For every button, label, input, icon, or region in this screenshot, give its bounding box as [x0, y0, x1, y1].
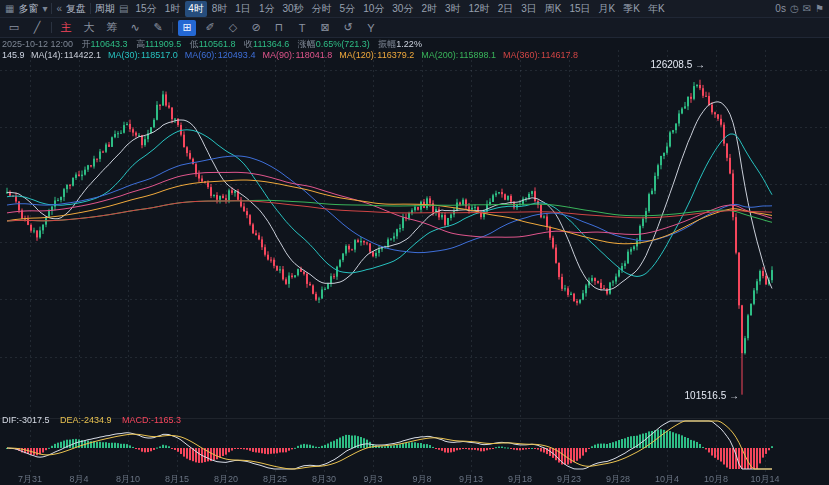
- trendline-tool-icon[interactable]: ╱: [28, 20, 46, 36]
- shape-tool-icon[interactable]: ◇: [224, 20, 242, 36]
- selection-tool-icon[interactable]: ▭: [5, 20, 23, 36]
- timeframe-button[interactable]: 10分: [360, 1, 387, 17]
- magnet-tool-icon[interactable]: ⊓: [270, 20, 288, 36]
- timeframe-button[interactable]: 8时: [209, 1, 231, 17]
- separator: [51, 22, 52, 33]
- timeframe-button[interactable]: 12时: [466, 1, 493, 17]
- timeframe-button[interactable]: 2日: [495, 1, 517, 17]
- forbid-tool-icon[interactable]: ⊘: [247, 20, 265, 36]
- timeframe-button[interactable]: 15分: [133, 1, 160, 17]
- timeframe-button[interactable]: 5分: [337, 1, 359, 17]
- pencil-tool-icon[interactable]: ✐: [201, 20, 219, 36]
- draw-tool-icon[interactable]: ✎: [149, 20, 167, 36]
- main-indicator-tab[interactable]: 主: [57, 20, 75, 36]
- timeframe-button[interactable]: 季K: [620, 1, 643, 17]
- replay-label[interactable]: 复盘: [66, 2, 86, 16]
- candle-countdown: 0s: [775, 3, 786, 14]
- layout-tool-icon[interactable]: ⊞: [178, 20, 196, 36]
- fib-tool-icon[interactable]: Y: [362, 20, 380, 36]
- separator: [90, 3, 91, 14]
- timeframe-button[interactable]: 30秒: [279, 1, 306, 17]
- timeframe-button[interactable]: 1时: [162, 1, 184, 17]
- replay-icon[interactable]: «: [56, 4, 62, 14]
- timeframe-list: 15分1时4时8时1日1分30秒分时5分10分30分2时3时12时2日3日周K1…: [133, 1, 668, 17]
- timeframe-button[interactable]: 2时: [418, 1, 440, 17]
- separator: [51, 3, 52, 14]
- trading-app: ▦ 多窗 ▾ « 复盘 周期 ▤ 15分1时4时8时1日1分30秒分时5分10分…: [0, 0, 829, 485]
- flag-icon[interactable]: ⚑: [815, 4, 824, 14]
- multi-window-label[interactable]: 多窗: [18, 2, 38, 16]
- timeframe-button[interactable]: 分时: [309, 1, 335, 17]
- timeframe-button[interactable]: 15日: [566, 1, 593, 17]
- message-icon[interactable]: ✉: [803, 4, 811, 14]
- period-list-icon[interactable]: ▤: [119, 4, 128, 14]
- alarm-icon[interactable]: ◷: [790, 4, 799, 14]
- multi-window-icon[interactable]: ▦: [5, 4, 14, 14]
- timeframe-button[interactable]: 月K: [596, 1, 619, 17]
- period-label[interactable]: 周期: [95, 2, 115, 16]
- drawing-toolbar: ▭╱主大筹∿✎⊞✐◇⊘⊓T⊠↺Y: [0, 18, 829, 38]
- timeframe-button[interactable]: 周K: [542, 1, 565, 17]
- undo-icon[interactable]: ↺: [339, 20, 357, 36]
- chips-tab[interactable]: 筹: [103, 20, 121, 36]
- timeframe-button[interactable]: 1日: [232, 1, 254, 17]
- chevron-down-icon[interactable]: ▾: [42, 4, 47, 14]
- delete-tool-icon[interactable]: ⊠: [316, 20, 334, 36]
- timeframe-button[interactable]: 年K: [645, 1, 668, 17]
- separator: [172, 22, 173, 33]
- text-tool-icon[interactable]: T: [293, 20, 311, 36]
- timeframe-button[interactable]: 30分: [389, 1, 416, 17]
- chart-area[interactable]: 2025-10-12 12:00 开110643.3 高111909.5 低11…: [0, 38, 829, 485]
- timeframe-button[interactable]: 3时: [442, 1, 464, 17]
- candlestick-chart-canvas[interactable]: [0, 38, 829, 485]
- large-orders-tab[interactable]: 大: [80, 20, 98, 36]
- timeframe-button[interactable]: 4时: [185, 1, 207, 17]
- timeframe-button[interactable]: 1分: [256, 1, 278, 17]
- timeframe-button[interactable]: 3日: [518, 1, 540, 17]
- wave-tool-icon[interactable]: ∿: [126, 20, 144, 36]
- top-toolbar: ▦ 多窗 ▾ « 复盘 周期 ▤ 15分1时4时8时1日1分30秒分时5分10分…: [0, 0, 829, 18]
